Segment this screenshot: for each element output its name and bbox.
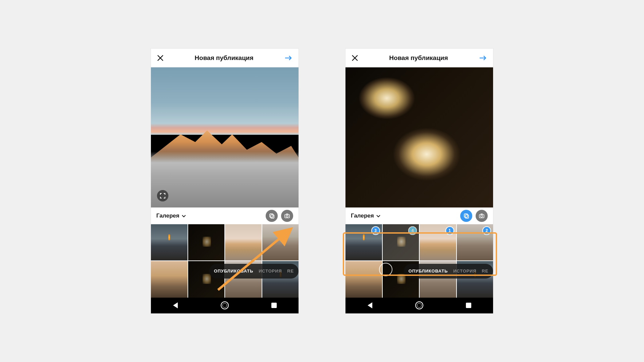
page-title: Новая публикация xyxy=(389,54,448,62)
selected-preview[interactable] xyxy=(345,67,493,207)
mode-publish[interactable]: ОПУБЛИКОВАТЬ xyxy=(409,268,448,274)
selection-badge: 1 xyxy=(445,226,454,235)
camera-button[interactable] xyxy=(476,210,488,222)
gallery-thumb-selected[interactable]: 2 xyxy=(457,224,493,261)
svg-rect-6 xyxy=(465,215,469,218)
nav-home-button[interactable] xyxy=(218,299,231,312)
svg-rect-0 xyxy=(270,214,273,217)
nav-recent-button[interactable] xyxy=(267,299,281,312)
gallery-actions xyxy=(460,210,488,222)
gallery-toolbar: Галерея xyxy=(151,207,299,224)
mode-pill[interactable]: ОПУБЛИКОВАТЬ ИСТОРИЯ RE xyxy=(404,264,493,279)
gallery-dropdown[interactable]: Галерея xyxy=(156,213,186,219)
selected-preview[interactable] xyxy=(151,67,299,207)
nav-home-button[interactable] xyxy=(413,299,426,312)
gallery-thumb[interactable] xyxy=(151,261,187,298)
unselected-circle-indicator xyxy=(379,263,392,276)
preview-image-lamps xyxy=(345,67,493,207)
android-nav-bar xyxy=(151,298,299,314)
mode-story[interactable]: ИСТОРИЯ xyxy=(453,268,476,274)
gallery-thumb-selected[interactable]: 4 xyxy=(383,224,419,261)
expand-crop-button[interactable] xyxy=(157,190,168,201)
gallery-thumb-selected[interactable]: 1 xyxy=(420,224,456,261)
gallery-label-text: Галерея xyxy=(351,213,374,219)
page-title: Новая публикация xyxy=(195,54,253,62)
gallery-thumb[interactable] xyxy=(151,224,187,261)
mode-reels[interactable]: RE xyxy=(287,268,294,274)
gallery-thumb[interactable] xyxy=(188,224,225,261)
gallery-actions xyxy=(266,210,293,222)
mode-reels[interactable]: RE xyxy=(482,268,488,274)
close-button[interactable] xyxy=(351,54,359,62)
svg-rect-5 xyxy=(464,214,468,217)
selection-badge: 4 xyxy=(408,226,417,235)
close-button[interactable] xyxy=(156,54,164,62)
chevron-down-icon xyxy=(181,214,186,218)
gallery-dropdown[interactable]: Галерея xyxy=(351,213,381,219)
next-button[interactable] xyxy=(284,53,293,63)
chevron-down-icon xyxy=(376,214,381,218)
svg-rect-1 xyxy=(271,215,274,218)
nav-back-button[interactable] xyxy=(169,299,182,312)
gallery-thumb[interactable] xyxy=(262,224,299,261)
preview-image-mountain xyxy=(151,67,299,207)
phone-screen-right: Новая публикация Галерея 3 4 1 xyxy=(345,49,493,313)
next-button[interactable] xyxy=(478,53,488,63)
gallery-toolbar: Галерея xyxy=(345,207,493,224)
header-bar: Новая публикация xyxy=(151,49,299,67)
nav-recent-button[interactable] xyxy=(462,299,475,312)
header-bar: Новая публикация xyxy=(345,49,493,67)
camera-button[interactable] xyxy=(281,210,293,222)
multi-select-button-active[interactable] xyxy=(460,210,472,222)
mode-story[interactable]: ИСТОРИЯ xyxy=(259,268,282,274)
gallery-grid: ОПУБЛИКОВАТЬ ИСТОРИЯ RE xyxy=(151,224,299,298)
mode-pill[interactable]: ОПУБЛИКОВАТЬ ИСТОРИЯ RE xyxy=(209,264,299,279)
mode-publish[interactable]: ОПУБЛИКОВАТЬ xyxy=(214,268,253,274)
phone-screen-left: Новая публикация Галерея xyxy=(151,49,299,313)
multi-select-button[interactable] xyxy=(266,210,278,222)
nav-back-button[interactable] xyxy=(363,299,377,312)
gallery-label-text: Галерея xyxy=(156,213,179,219)
svg-point-8 xyxy=(481,215,483,217)
svg-point-3 xyxy=(286,215,288,217)
selection-badge: 2 xyxy=(482,226,491,235)
android-nav-bar xyxy=(345,298,493,314)
gallery-grid: 3 4 1 2 ОПУБЛИКОВАТЬ ИСТОРИЯ RE xyxy=(345,224,493,298)
gallery-thumb-selected[interactable]: 3 xyxy=(345,224,382,261)
gallery-thumb[interactable] xyxy=(225,224,262,261)
gallery-thumb[interactable] xyxy=(345,261,382,298)
selection-badge: 3 xyxy=(371,226,380,235)
